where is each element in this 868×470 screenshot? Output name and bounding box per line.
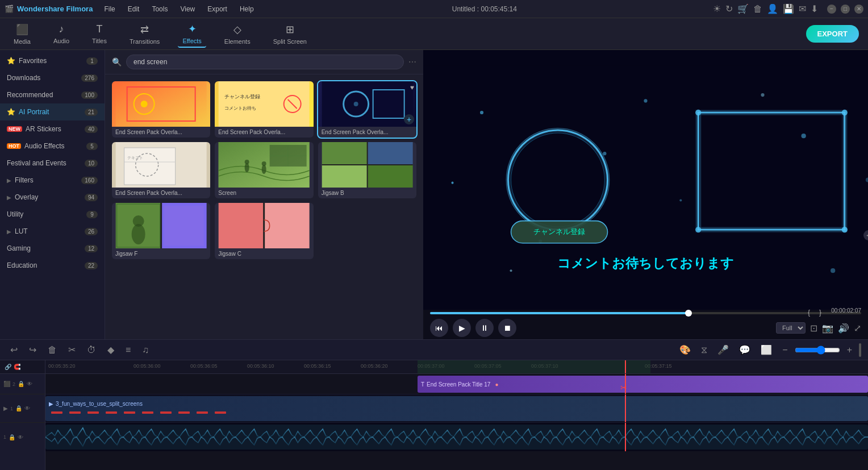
undo-button[interactable]: ↩ <box>7 343 21 356</box>
sidebar-item-lut[interactable]: ▶ LUT 26 <box>0 223 105 240</box>
track3-lock-icon[interactable]: 🔒 <box>9 434 15 440</box>
sidebar-item-favorites[interactable]: ⭐ Favorites 1 <box>0 52 105 69</box>
track3-eye-icon[interactable]: 👁 <box>18 434 23 440</box>
speed-button[interactable]: ⏱ <box>84 344 99 356</box>
tray-mail-icon[interactable]: ✉ <box>799 3 806 14</box>
play-button[interactable]: ▶ <box>453 319 471 337</box>
toolbar-titles[interactable]: T Titles <box>87 21 111 47</box>
media-icon: ⬛ <box>16 23 28 36</box>
sidebar-item-overlay[interactable]: ▶ Overlay 94 <box>0 189 105 206</box>
toolbar-transitions[interactable]: ⇄ Transitions <box>125 21 164 47</box>
volume-button[interactable]: 🔊 <box>838 323 849 334</box>
sidebar-item-recommended[interactable]: Recommended 100 <box>0 86 105 103</box>
tray-trash-icon[interactable]: 🗑 <box>753 4 762 14</box>
menu-export[interactable]: Export <box>205 4 229 14</box>
crop-view-button[interactable]: ⊡ <box>810 323 817 334</box>
sidebar-ai-portrait-label: AI Portrait <box>19 108 49 116</box>
stop-button[interactable]: ⏹ <box>498 319 516 337</box>
toolbar-elements[interactable]: ◇ Elements <box>220 21 255 47</box>
toolbar-media[interactable]: ⬛ Media <box>9 21 35 47</box>
recommended-badge: 100 <box>81 91 98 99</box>
window-controls: − □ ✕ <box>827 5 863 14</box>
left-bracket-marker[interactable]: { <box>808 309 810 317</box>
video-clip[interactable]: ▶ 3_fun_ways_to_use_split_screens <box>45 396 868 421</box>
export-button[interactable]: EXPORT <box>806 25 859 43</box>
snapshot-button[interactable]: 📷 <box>822 323 833 334</box>
keyframe-button[interactable]: ⬜ <box>757 343 775 356</box>
timeline-scroll-area[interactable]: 00:05:35:20 00:05:36:00 00:05:36:05 00:0… <box>45 360 868 470</box>
svg-point-12 <box>353 102 358 106</box>
cut-button[interactable]: ✂ <box>65 343 79 356</box>
tray-user-icon[interactable]: 👤 <box>767 3 778 14</box>
sidebar-item-gaming[interactable]: Gaming 12 <box>0 240 105 257</box>
link-tracks-icon[interactable]: 🔗 <box>5 364 11 370</box>
effect-card-3[interactable]: ♥ + End Screen Pack Overla... <box>318 81 416 138</box>
adjust-button[interactable]: ≡ <box>122 344 134 356</box>
menu-help[interactable]: Help <box>237 4 256 14</box>
sidebar-item-downloads[interactable]: Downloads 276 <box>0 69 105 86</box>
audio-clip[interactable] <box>45 425 868 450</box>
effect-card-4[interactable]: テキスト End Screen Pack Overla... <box>112 142 210 198</box>
grid-toggle-icon[interactable]: ⋯ <box>408 57 416 66</box>
effect-card-1[interactable]: End Screen Pack Overla... <box>112 81 210 138</box>
effect-card-5[interactable]: Screen <box>215 142 313 198</box>
effect-thumb-svg-4: テキスト <box>112 142 210 188</box>
audio-button[interactable]: ♫ <box>139 344 152 356</box>
zoom-slider[interactable] <box>795 346 840 355</box>
audio-track <box>45 423 868 451</box>
effect-card-7[interactable]: Jigsaw F <box>112 203 210 259</box>
delete-button[interactable]: 🗑 <box>44 344 60 356</box>
track1-lock-icon[interactable]: 🔒 <box>18 381 24 387</box>
sidebar-item-festival-events[interactable]: Festival and Events 10 <box>0 155 105 172</box>
sidebar-item-ai-portrait[interactable]: ⭐ AI Portrait 21 <box>0 103 105 120</box>
tray-refresh-icon[interactable]: ↻ <box>725 3 733 14</box>
redo-button[interactable]: ↪ <box>26 343 40 356</box>
toolbar-split-screen[interactable]: ⊞ Split Screen <box>269 21 311 47</box>
menu-file[interactable]: File <box>102 4 117 14</box>
track2-lock-icon[interactable]: 🔒 <box>15 405 22 411</box>
zoom-out-button[interactable]: − <box>779 344 791 356</box>
color-grading-button[interactable]: 🎨 <box>676 343 694 356</box>
stabilize-button[interactable]: ⧖ <box>698 344 711 356</box>
rewind-button[interactable]: ⏮ <box>430 319 448 337</box>
search-input[interactable] <box>126 55 404 69</box>
sidebar-item-utility[interactable]: Utility 9 <box>0 206 105 223</box>
heart-icon-3[interactable]: ♥ <box>410 84 414 91</box>
toolbar-effects[interactable]: ✦ Effects <box>178 20 206 48</box>
effects-clip[interactable]: T End Screen Pack Title 17 ● <box>418 376 868 393</box>
sidebar-item-ar-stickers[interactable]: NEW AR Stickers 40 <box>0 120 105 138</box>
progress-thumb[interactable] <box>685 310 692 317</box>
plus-icon-3[interactable]: + <box>404 114 414 124</box>
subtitle-button[interactable]: 💬 <box>736 343 754 356</box>
track2-eye-icon[interactable]: 👁 <box>24 405 30 411</box>
pause-button[interactable]: ⏸ <box>475 319 494 337</box>
video-clip-label: 3_fun_ways_to_use_split_screens <box>56 401 143 407</box>
close-button[interactable]: ✕ <box>854 5 863 14</box>
sidebar-item-filters[interactable]: ▶ Filters 160 <box>0 172 105 189</box>
track1-eye-icon[interactable]: 👁 <box>27 381 32 387</box>
voiceover-button[interactable]: 🎤 <box>714 343 732 356</box>
tray-download-icon[interactable]: ⬇ <box>811 3 818 14</box>
effect-card-6[interactable]: Jigsaw B <box>318 142 416 198</box>
right-bracket-marker[interactable]: } <box>819 309 821 317</box>
menu-tools[interactable]: Tools <box>149 4 170 14</box>
zoom-in-button[interactable]: + <box>844 344 856 356</box>
minimize-button[interactable]: − <box>827 5 836 14</box>
magnet-icon[interactable]: 🧲 <box>14 364 20 370</box>
tray-save-icon[interactable]: 💾 <box>783 3 794 14</box>
sidebar-item-audio-effects[interactable]: HOT Audio Effects 5 <box>0 138 105 155</box>
toolbar-audio[interactable]: ♪ Audio <box>49 21 74 47</box>
tray-sun-icon[interactable]: ☀ <box>713 3 721 14</box>
menu-edit[interactable]: Edit <box>126 4 142 14</box>
color-button[interactable]: ◆ <box>104 343 118 356</box>
maximize-button[interactable]: □ <box>841 5 850 14</box>
sidebar-item-education[interactable]: Education 22 <box>0 257 105 274</box>
effect-card-8[interactable]: Jigsaw C <box>215 203 313 259</box>
fullscreen-button[interactable]: ⤢ <box>854 323 861 334</box>
progress-bar-track[interactable]: { } 00:00:02:07 <box>430 312 861 314</box>
menu-view[interactable]: View <box>178 4 197 14</box>
quality-select[interactable]: Full 1/2 1/4 <box>776 322 806 334</box>
sidebar-downloads-label: Downloads <box>7 74 40 82</box>
effect-card-2[interactable]: チャンネル登録 コメントお待ち End Screen Pack Overla..… <box>215 81 313 138</box>
tray-cart-icon[interactable]: 🛒 <box>737 3 749 14</box>
